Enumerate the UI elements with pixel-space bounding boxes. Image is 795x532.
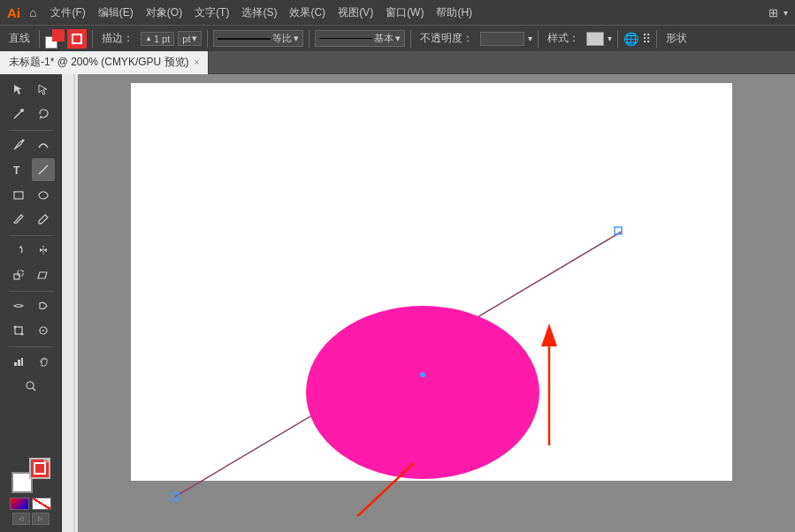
menu-view[interactable]: 视图(V) xyxy=(333,4,378,22)
direct-selection-tool[interactable] xyxy=(32,78,55,101)
menu-select[interactable]: 选择(S) xyxy=(236,4,282,22)
tool-row-1 xyxy=(7,78,55,101)
free-transform-tool[interactable] xyxy=(7,319,30,342)
pencil-tool[interactable] xyxy=(32,208,55,231)
document-tab[interactable]: 未标题-1* @ 200% (CMYK/GPU 预览) × xyxy=(0,51,209,74)
svg-rect-10 xyxy=(14,274,19,279)
tool-row-4: T xyxy=(7,158,55,181)
prev-nav-btn[interactable]: ◁ xyxy=(12,513,30,525)
line-basic-dropdown[interactable]: 基本 ▾ xyxy=(315,30,405,47)
magic-wand-tool[interactable] xyxy=(7,103,30,125)
rect-tool[interactable] xyxy=(7,183,30,206)
menu-effect[interactable]: 效果(C) xyxy=(284,4,331,22)
toolbox: T xyxy=(0,74,62,532)
tool-row-12 xyxy=(19,375,42,398)
menu-edit[interactable]: 编辑(E) xyxy=(93,4,139,22)
warp-tool[interactable] xyxy=(32,294,55,317)
tool-row-7 xyxy=(7,239,55,262)
ellipse-tool[interactable] xyxy=(32,183,55,206)
line-style-chevron: ▾ xyxy=(294,33,299,44)
opacity-input[interactable]: 100% xyxy=(480,32,524,46)
shape-label: 形状 xyxy=(662,31,691,46)
none-mode-btn[interactable] xyxy=(32,498,51,510)
lasso-tool[interactable] xyxy=(32,103,55,125)
canvas-content[interactable] xyxy=(78,74,795,516)
pen-tool[interactable] xyxy=(7,133,30,156)
style-chevron[interactable]: ▾ xyxy=(608,34,612,43)
opacity-chevron[interactable]: ▾ xyxy=(528,34,532,43)
ruler-left xyxy=(62,74,78,516)
svg-rect-6 xyxy=(14,192,23,199)
toolbar-sep-6 xyxy=(538,30,539,48)
globe-icon[interactable]: 🌐 xyxy=(623,32,638,46)
svg-rect-11 xyxy=(18,270,23,276)
toolbar-sep-8 xyxy=(656,30,657,48)
column-graph-tool[interactable] xyxy=(7,350,30,373)
stroke-weight-spinner[interactable]: ▲ 1 pt xyxy=(141,32,174,46)
svg-point-3 xyxy=(21,140,24,142)
swap-icon[interactable]: ⇄ xyxy=(43,456,50,465)
line-style-preview xyxy=(218,38,271,40)
svg-line-23 xyxy=(33,388,35,391)
toolbar-sep-2 xyxy=(92,30,93,48)
menu-file[interactable]: 文件(F) xyxy=(45,4,90,22)
scale-tool[interactable] xyxy=(7,263,30,286)
menu-text[interactable]: 文字(T) xyxy=(189,4,234,22)
rotate-tool[interactable] xyxy=(7,239,30,262)
shear-tool[interactable] xyxy=(32,263,55,286)
stroke-weight-value: 1 pt xyxy=(154,34,170,44)
tab-close-button[interactable]: × xyxy=(195,57,200,67)
canvas-area[interactable]: 100 0 100 200 300 400 500 600 700 800 90… xyxy=(62,74,795,532)
text-tool[interactable]: T xyxy=(7,158,30,181)
menu-bar: Ai ⌂ 文件(F) 编辑(E) 对象(O) 文字(T) 选择(S) 效果(C)… xyxy=(0,0,795,25)
line-style-dropdown[interactable]: 等比 ▾ xyxy=(213,30,303,47)
svg-line-5 xyxy=(39,165,48,174)
tool-name-label: 直线 xyxy=(5,31,34,46)
svg-point-22 xyxy=(27,382,34,389)
hand-tool[interactable] xyxy=(32,350,55,373)
opacity-label: 不透明度： xyxy=(417,31,477,46)
tool-sep-1 xyxy=(9,130,53,131)
layout-icon[interactable]: ⊞ xyxy=(768,6,778,19)
stroke-unit-value: pt xyxy=(182,34,190,44)
selection-tool[interactable] xyxy=(7,78,30,101)
stroke-color-preview[interactable] xyxy=(45,29,87,49)
toolbar-sep-5 xyxy=(410,30,411,48)
layout-chevron[interactable]: ▾ xyxy=(784,8,788,18)
line-style-label: 等比 xyxy=(272,32,292,45)
tool-row-6 xyxy=(7,208,55,231)
color-swatch-area: ⇄ ◁ ▷ xyxy=(10,456,51,528)
tool-sep-2 xyxy=(9,235,53,236)
line-basic-preview xyxy=(319,38,372,39)
svg-point-17 xyxy=(42,330,44,331)
puppet-warp-tool[interactable] xyxy=(32,319,55,342)
menu-object[interactable]: 对象(O) xyxy=(141,4,187,22)
svg-rect-13 xyxy=(15,327,22,334)
color-mode-btn[interactable] xyxy=(10,498,29,510)
dots-icon[interactable]: ⠿ xyxy=(642,32,651,46)
stroke-unit-dropdown[interactable]: pt ▾ xyxy=(178,31,202,46)
menu-help[interactable]: 帮助(H) xyxy=(431,4,478,22)
svg-point-14 xyxy=(13,326,16,329)
curvature-tool[interactable] xyxy=(32,133,55,156)
toolbar-sep-1 xyxy=(39,30,40,48)
line-basic-label: 基本 xyxy=(374,32,394,45)
nav-btns: ◁ ▷ xyxy=(12,513,50,525)
app-logo: Ai xyxy=(7,5,20,20)
paintbrush-tool[interactable] xyxy=(7,208,30,231)
menu-window[interactable]: 窗口(W) xyxy=(380,4,429,22)
style-swatch[interactable] xyxy=(586,32,604,46)
home-icon[interactable]: ⌂ xyxy=(29,5,36,19)
svg-rect-20 xyxy=(21,358,23,366)
line-tool[interactable] xyxy=(32,158,55,181)
zoom-tool[interactable] xyxy=(19,375,42,398)
next-nav-btn[interactable]: ▷ xyxy=(32,513,50,525)
tool-row-2 xyxy=(7,103,55,125)
svg-point-15 xyxy=(20,333,23,336)
toolbar: 直线 描边： ▲ 1 pt pt ▾ 等比 ▾ 基本 ▾ 不透明度： 100% … xyxy=(0,25,795,51)
fill-stroke-swatches[interactable]: ⇄ xyxy=(11,456,50,495)
width-tool[interactable] xyxy=(7,294,30,317)
style-label: 样式： xyxy=(544,31,583,46)
ellipse-shape xyxy=(306,306,539,479)
reflect-tool[interactable] xyxy=(32,239,55,262)
